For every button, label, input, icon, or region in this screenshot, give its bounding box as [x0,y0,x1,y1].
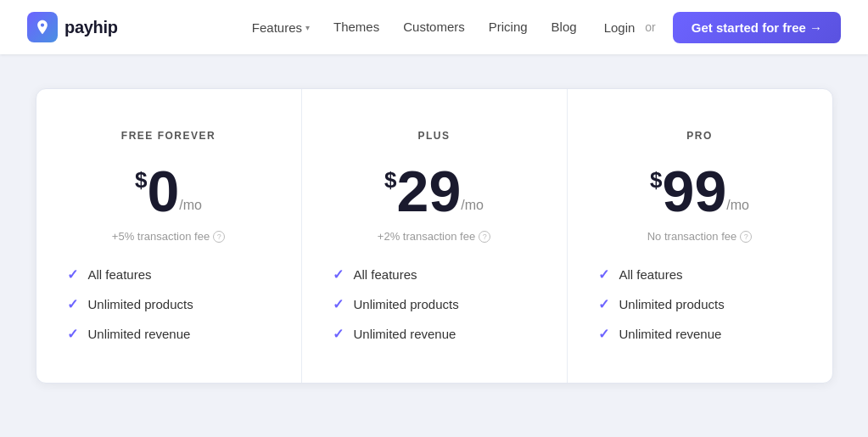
features-list: ✓ All features ✓ Unlimited products ✓ Un… [598,266,802,342]
feature-label: Unlimited revenue [619,327,722,341]
feature-item: ✓ All features [67,266,271,283]
themes-link[interactable]: Themes [333,20,379,34]
features-chevron-icon: ▾ [305,23,310,32]
feature-label: Unlimited revenue [354,327,456,341]
fee-info-icon[interactable]: ? [479,231,490,243]
features-link[interactable]: Features ▾ [252,20,310,35]
get-started-button[interactable]: Get started for free → [673,12,841,43]
fee-info-icon[interactable]: ? [740,231,752,243]
plan-name: PLUS [333,130,536,142]
price-period: /mo [726,198,749,213]
nav-item-themes[interactable]: Themes [333,20,379,35]
check-icon: ✓ [67,266,78,283]
transaction-fee: No transaction fee ? [598,230,802,243]
pricing-card-free-forever: FREE FOREVER $ 0 /mo +5% transaction fee… [36,89,302,383]
check-icon: ✓ [67,326,78,342]
fee-info-icon[interactable]: ? [213,231,225,243]
check-icon: ✓ [598,266,609,283]
logo-icon [27,12,58,42]
features-list: ✓ All features ✓ Unlimited products ✓ Un… [67,266,271,342]
currency-symbol: $ [650,169,662,191]
or-text: or [645,20,655,34]
logo-text: payhip [64,18,118,37]
logo-link[interactable]: payhip [27,12,118,42]
feature-label: Unlimited products [88,297,193,311]
feature-item: ✓ Unlimited products [598,296,802,312]
feature-label: All features [354,267,417,282]
check-icon: ✓ [67,296,78,312]
nav-links: Features ▾ Themes Customers Pricing Blog [252,20,577,35]
customers-link[interactable]: Customers [403,20,465,34]
feature-label: Unlimited revenue [88,327,191,341]
check-icon: ✓ [598,326,609,342]
feature-label: All features [88,267,152,282]
feature-item: ✓ Unlimited revenue [598,326,802,342]
nav-item-customers[interactable]: Customers [403,20,465,35]
check-icon: ✓ [598,296,609,312]
pricing-container: FREE FOREVER $ 0 /mo +5% transaction fee… [36,88,833,384]
feature-label: Unlimited products [619,297,725,311]
transaction-fee: +2% transaction fee ? [333,230,536,243]
price-amount: 0 [147,162,179,220]
features-list: ✓ All features ✓ Unlimited products ✓ Un… [333,266,536,342]
check-icon: ✓ [333,326,344,342]
feature-label: All features [619,267,683,282]
main-content: FREE FOREVER $ 0 /mo +5% transaction fee… [0,54,868,417]
price-row: $ 99 /mo [598,162,802,220]
nav-item-pricing[interactable]: Pricing [489,20,528,35]
feature-item: ✓ All features [333,266,536,283]
feature-item: ✓ Unlimited revenue [67,326,271,342]
pricing-card-pro: PRO $ 99 /mo No transaction fee ? ✓ All … [568,89,832,383]
transaction-fee: +5% transaction fee ? [67,230,271,243]
price-row: $ 29 /mo [333,162,536,220]
login-link[interactable]: Login [604,20,636,35]
feature-label: Unlimited products [354,297,459,311]
price-period: /mo [461,198,484,213]
plan-name: PRO [598,130,802,142]
feature-item: ✓ Unlimited products [333,296,536,312]
currency-symbol: $ [135,169,147,191]
price-period: /mo [179,198,202,213]
nav-auth: Login or Get started for free → [604,12,841,43]
price-amount: 29 [397,162,462,220]
logo-svg [34,19,51,36]
blog-link[interactable]: Blog [552,20,577,34]
feature-item: ✓ All features [598,266,802,283]
nav-item-features[interactable]: Features ▾ [252,20,310,35]
price-amount: 99 [663,162,727,220]
check-icon: ✓ [333,296,344,312]
price-row: $ 0 /mo [67,162,271,220]
nav-item-blog[interactable]: Blog [552,20,577,35]
features-label: Features [252,20,302,35]
check-icon: ✓ [333,266,344,283]
navigation: payhip Features ▾ Themes Customers Prici… [0,0,868,54]
pricing-card-plus: PLUS $ 29 /mo +2% transaction fee ? ✓ Al… [302,89,568,383]
feature-item: ✓ Unlimited products [67,296,271,312]
plan-name: FREE FOREVER [67,130,271,142]
pricing-link[interactable]: Pricing [489,20,528,34]
currency-symbol: $ [384,169,396,191]
feature-item: ✓ Unlimited revenue [333,326,536,342]
